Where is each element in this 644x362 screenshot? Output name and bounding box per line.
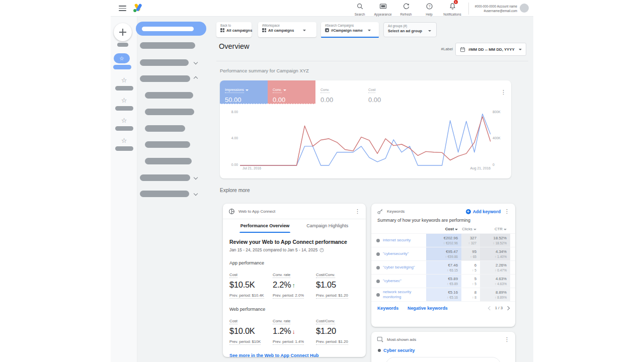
negative-keywords-link[interactable]: Negative keywords [408, 306, 448, 311]
star-icon: ☆ [111, 137, 137, 144]
sidebar-item-placeholder[interactable] [140, 59, 189, 66]
rail-item[interactable]: ☆ [111, 97, 137, 111]
left-axis-tick: 0.00 [224, 163, 238, 166]
metric-tab-conv[interactable]: Conv.0.00 [315, 80, 363, 104]
tab-label: Campaign Highlights [306, 223, 348, 228]
card-title: Keywords [387, 209, 462, 214]
keyword-row[interactable]: network security monitoring€5.16↑ €5.168… [371, 288, 515, 301]
help-button[interactable]: ?Help [418, 1, 441, 16]
keyword-row[interactable]: internet security€202.96↑ €202.96327↑ 32… [371, 233, 515, 247]
wa-sections: App performanceCost$10.5KPrev. period: $… [223, 260, 366, 345]
metric-prev-text: Prev. period: $1.20 [316, 339, 348, 345]
action-label: Help [418, 13, 441, 16]
kebab-menu-icon[interactable]: ⋮ [501, 89, 506, 95]
chevron-down-icon [303, 30, 306, 31]
keyword-text: "cybersecurity" [383, 251, 409, 256]
metric-tab-conv[interactable]: Conv.0.00 [268, 80, 315, 104]
rail-active-bar [113, 65, 131, 69]
create-button[interactable] [114, 23, 132, 41]
new-window-icon [377, 336, 383, 342]
metric-label: Cost/Conv. [316, 269, 359, 278]
column-header-ctr[interactable]: CTR [480, 227, 510, 231]
label-filter[interactable]: #Label [413, 47, 453, 51]
kebab-menu-icon[interactable]: ⋮ [355, 209, 360, 214]
performance-summary-card: Impressions50.00Conv.0.00Conv.0.00Cost0.… [220, 80, 511, 178]
keywords-link[interactable]: Keywords [377, 306, 398, 311]
metric-label-text: Cost [229, 273, 237, 278]
ctr-cell: 18.52%↑ 18.52% [480, 234, 510, 247]
chevron-up-icon[interactable] [194, 76, 198, 80]
metric-value: 0.00 [368, 96, 411, 104]
clicks-cell: 6↑ 5 [461, 261, 480, 274]
rail-item[interactable]: ☆ [111, 117, 137, 131]
web-to-app-hub-link[interactable]: See more in the Web to App Connect Hub [229, 353, 359, 358]
keyword-cell: "cyber beveiliging" [371, 261, 426, 274]
sidebar-item-placeholder[interactable] [140, 42, 195, 49]
chevron-down-icon[interactable] [194, 175, 198, 179]
help-icon: ? [426, 3, 433, 10]
ctr-delta: ↑ 18.52% [480, 241, 507, 245]
ad-preview-placeholder [385, 357, 501, 362]
chevron-down-icon[interactable] [194, 60, 198, 64]
rail-placeholder-pill [115, 106, 133, 111]
scope-label: Select an ad group [388, 29, 422, 33]
sidebar-item-placeholder[interactable] [145, 125, 185, 132]
keyword-row[interactable]: "cybersec"€5.89↑ €5.895↑ 54.63%↑ 4.63% [371, 274, 515, 288]
metric-prev-text: Prev. period: 2.0% [273, 293, 304, 299]
metric-label: Conv. rate [273, 269, 316, 278]
sidebar-item-placeholder[interactable] [145, 158, 192, 164]
sidebar-item-placeholder[interactable] [140, 75, 190, 82]
add-keyword-button[interactable]: Add keyword [466, 209, 501, 214]
kebab-menu-icon[interactable]: ⋮ [504, 209, 510, 214]
metric-prev-text: Prev. period: $10K [229, 339, 261, 345]
refresh-button[interactable]: Refresh [394, 1, 418, 16]
keyword-status-icon [376, 239, 380, 242]
appearance-button[interactable]: Appearance [371, 1, 394, 16]
sidebar-item-placeholder[interactable] [145, 109, 194, 115]
kebab-menu-icon[interactable]: ⋮ [504, 337, 510, 342]
next-page-icon[interactable] [506, 306, 510, 310]
sidebar-item-placeholder[interactable] [145, 92, 193, 99]
metric-value: 2.2%↑ [273, 280, 316, 290]
date-range-picker[interactable]: #MM DD -- MM DD, YYYY [455, 43, 526, 56]
metric-label-text: Conv. rate [273, 319, 290, 324]
account-info[interactable]: #000-000-0000 Account name #username@ema… [468, 3, 517, 15]
action-label: Search [348, 13, 371, 16]
clicks-cell: 8↑ 8 [461, 288, 480, 301]
keyword-row[interactable]: "cybersecurity"€95.47↑ €59.8695↑ 654.34%… [371, 247, 515, 260]
star-icon: ☆ [119, 55, 124, 61]
most-shown-ad-item[interactable]: Cyber security [378, 348, 509, 353]
divider [223, 219, 366, 219]
sidebar-item-placeholder[interactable] [140, 174, 190, 181]
keyword-row[interactable]: "cyber beveiliging"€7.46↑ €6.156↑ 52.26%… [371, 260, 515, 274]
tab-performance-overview[interactable]: Performance Overview [239, 220, 291, 233]
sidebar-item-placeholder[interactable] [140, 191, 189, 197]
avatar[interactable] [520, 4, 529, 13]
keyword-text: network security monitoring [383, 290, 425, 300]
column-header-cost[interactable]: Cost [426, 227, 461, 231]
sidebar-item-placeholder[interactable] [145, 141, 190, 148]
campaign-selector[interactable]: #Search Campaigns #Campaign name [321, 22, 379, 37]
workspace-selector[interactable]: #Workspace All campaigns [258, 22, 316, 37]
rail-item[interactable]: ☆ [111, 77, 137, 90]
tab-campaign-highlights[interactable]: Campaign Highlights [305, 220, 349, 233]
back-to-all-campaigns-button[interactable]: Back to All campaigns [216, 22, 252, 37]
metric-tab-impressions[interactable]: Impressions50.00 [220, 80, 268, 104]
search-button[interactable]: Search [348, 1, 371, 16]
help-circle-icon[interactable]: ? [319, 248, 324, 252]
header-divider [216, 61, 528, 61]
rail-item[interactable]: ☆ [111, 137, 137, 151]
column-header-clicks[interactable]: Clicks [461, 227, 480, 231]
cost-delta: ↑ €59.86 [426, 255, 458, 258]
notifications-button[interactable]: 1Notifications [441, 1, 464, 16]
chevron-down-icon[interactable] [194, 192, 198, 196]
rail-item-active[interactable]: ☆ [114, 53, 130, 63]
hamburger-menu-icon[interactable] [119, 6, 126, 11]
keyword-text: "cybersec" [383, 279, 401, 284]
previous-page-icon[interactable] [488, 306, 492, 310]
cost-cell: €5.89↑ €5.89 [426, 275, 461, 288]
sidebar-item-active[interactable] [136, 22, 206, 36]
metric-cost: Cost$10.0KPrev. period: $10K [229, 315, 273, 345]
metric-tab-cost[interactable]: Cost0.00 [363, 80, 411, 104]
ad-group-selector[interactable]: Ad groups (#) Select an ad group [383, 22, 437, 37]
